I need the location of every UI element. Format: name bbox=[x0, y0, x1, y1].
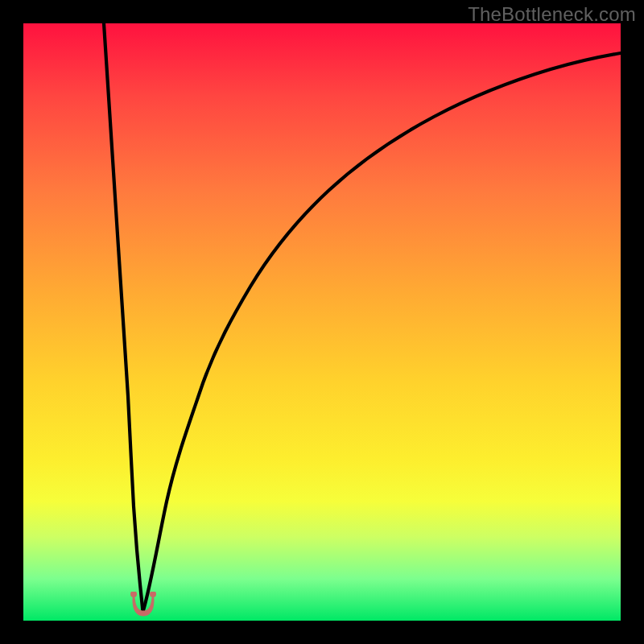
curve-right-branch bbox=[143, 53, 621, 612]
curve-left-branch bbox=[104, 23, 143, 612]
gradient-plot-area bbox=[23, 23, 621, 621]
bottleneck-curve bbox=[23, 23, 621, 621]
watermark-text: TheBottleneck.com bbox=[468, 3, 636, 26]
